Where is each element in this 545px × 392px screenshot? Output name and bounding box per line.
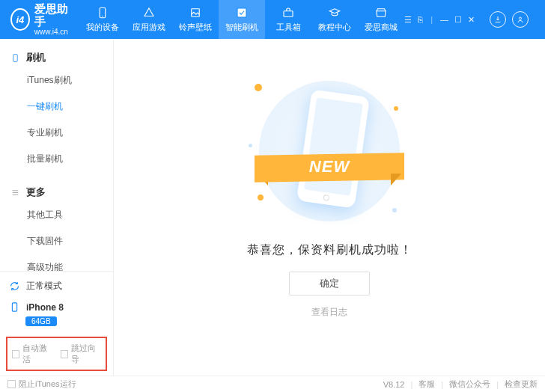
user-button[interactable] <box>512 11 529 28</box>
close-button[interactable]: ✕ <box>468 15 475 25</box>
sidebar-item-itunes-flash[interactable]: iTunes刷机 <box>0 67 113 94</box>
svg-point-5 <box>520 17 522 19</box>
check-update-link[interactable]: 检查更新 <box>505 379 538 390</box>
maximize-button[interactable]: ☐ <box>454 15 462 25</box>
phone-small-icon <box>10 53 20 63</box>
success-message: 恭喜您，保资料刷机成功啦！ <box>247 242 412 258</box>
brand-url: www.i4.cn <box>34 28 72 36</box>
sidebar-item-advanced[interactable]: 高级功能 <box>0 254 113 271</box>
nav-label: 铃声壁纸 <box>179 22 212 33</box>
sidebar: 刷机 iTunes刷机 一键刷机 专业刷机 批量刷机 更多 其他工具 下载固件 … <box>0 39 114 376</box>
app-header: i4 爱思助手 www.i4.cn 我的设备 应用游戏 铃声壁纸 智能刷机 工具… <box>0 0 545 39</box>
logo-ring-icon: i4 <box>10 8 30 31</box>
lock-icon[interactable]: ⎘ <box>418 15 423 25</box>
checkbox-label: 自动激活 <box>22 343 52 365</box>
minimize-button[interactable]: — <box>440 15 448 25</box>
sidebar-head-label: 更多 <box>26 186 46 199</box>
download-button[interactable] <box>490 11 506 28</box>
new-ribbon: NEW <box>255 150 404 186</box>
wallpaper-icon <box>189 6 202 19</box>
status-mode-label: 正常模式 <box>26 280 62 293</box>
user-icons <box>479 11 539 28</box>
wechat-link[interactable]: 微信公众号 <box>449 379 490 390</box>
sidebar-head-flash[interactable]: 刷机 <box>0 48 113 67</box>
ok-button[interactable]: 确定 <box>289 272 370 295</box>
nav-label: 我的设备 <box>86 22 119 33</box>
store-icon <box>374 6 388 19</box>
status-device[interactable]: iPhone 8 <box>9 299 104 315</box>
toolbox-icon <box>281 6 295 19</box>
phone-icon <box>96 6 109 19</box>
nav-tutorials[interactable]: 教程中心 <box>311 0 358 39</box>
version-label: V8.12 <box>383 380 405 389</box>
footer: 阻止iTunes运行 V8.12 | 客服 | 微信公众号 | 检查更新 <box>0 376 545 392</box>
checkbox-label: 跳过向导 <box>71 343 101 365</box>
sidebar-item-download-firmware[interactable]: 下载固件 <box>0 228 113 254</box>
sidebar-section-flash: 刷机 iTunes刷机 一键刷机 专业刷机 批量刷机 <box>0 48 113 172</box>
brand-name: 爱思助手 <box>34 3 72 28</box>
sidebar-item-oneclick-flash[interactable]: 一键刷机 <box>0 94 113 120</box>
sidebar-item-batch-flash[interactable]: 批量刷机 <box>0 146 113 172</box>
status-mode[interactable]: 正常模式 <box>9 278 104 295</box>
nav-label: 爱思商城 <box>365 22 398 33</box>
sidebar-head-label: 刷机 <box>26 51 46 64</box>
apps-icon <box>142 6 156 19</box>
phone-tiny-icon <box>9 301 20 313</box>
nav-toolbox[interactable]: 工具箱 <box>265 0 311 39</box>
view-log-link[interactable]: 查看日志 <box>311 306 347 319</box>
success-illustration: NEW <box>247 76 412 226</box>
capacity-badge: 64GB <box>25 316 57 326</box>
list-icon <box>10 188 20 197</box>
graduation-icon <box>328 6 341 19</box>
app-logo: i4 爱思助手 www.i4.cn <box>6 3 79 36</box>
checkbox-label: 阻止iTunes运行 <box>19 379 76 390</box>
checkbox-icon <box>61 350 68 358</box>
nav-apps-games[interactable]: 应用游戏 <box>126 0 172 39</box>
sidebar-status: 正常模式 iPhone 8 64GB <box>0 271 113 332</box>
support-link[interactable]: 客服 <box>418 379 435 390</box>
ribbon-text: NEW <box>255 157 404 177</box>
checkbox-prevent-itunes[interactable]: 阻止iTunes运行 <box>7 379 76 390</box>
svg-rect-4 <box>284 11 293 17</box>
window-controls: ☰ ⎘ | — ☐ ✕ <box>404 15 479 25</box>
sidebar-checks-highlighted: 自动激活 跳过向导 <box>6 337 107 371</box>
nav-ringtones[interactable]: 铃声壁纸 <box>172 0 219 39</box>
nav-label: 应用游戏 <box>133 22 165 33</box>
refresh-icon <box>9 281 20 292</box>
app-body: 刷机 iTunes刷机 一键刷机 专业刷机 批量刷机 更多 其他工具 下载固件 … <box>0 39 545 376</box>
checkbox-icon <box>7 380 16 388</box>
sidebar-item-pro-flash[interactable]: 专业刷机 <box>0 120 113 146</box>
nav-flash[interactable]: 智能刷机 <box>219 0 265 39</box>
nav-label: 工具箱 <box>276 22 301 33</box>
svg-rect-10 <box>12 303 16 311</box>
flash-icon <box>235 6 249 19</box>
nav-label: 智能刷机 <box>225 22 258 33</box>
svg-rect-6 <box>13 54 17 61</box>
sidebar-section-more: 更多 其他工具 下载固件 高级功能 <box>0 183 113 271</box>
sidebar-item-other-tools[interactable]: 其他工具 <box>0 202 113 228</box>
checkbox-auto-activate[interactable]: 自动激活 <box>12 343 53 365</box>
nav-label: 教程中心 <box>318 22 351 33</box>
main-content: NEW 恭喜您，保资料刷机成功啦！ 确定 查看日志 <box>114 39 545 376</box>
checkbox-icon <box>12 350 19 358</box>
menu-icon[interactable]: ☰ <box>404 15 412 25</box>
nav-my-device[interactable]: 我的设备 <box>79 0 126 39</box>
status-device-label: iPhone 8 <box>26 302 64 313</box>
checkbox-skip-wizard[interactable]: 跳过向导 <box>61 343 102 365</box>
top-nav: 我的设备 应用游戏 铃声壁纸 智能刷机 工具箱 教程中心 爱思商城 <box>79 0 404 39</box>
sidebar-head-more[interactable]: 更多 <box>0 183 113 202</box>
nav-mall[interactable]: 爱思商城 <box>358 0 404 39</box>
